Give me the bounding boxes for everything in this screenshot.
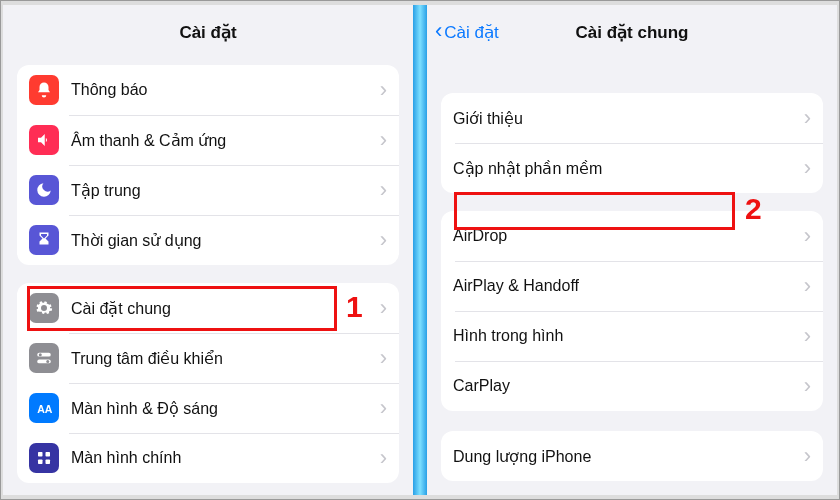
- chevron-right-icon: ›: [380, 179, 387, 201]
- chevron-right-icon: ›: [380, 79, 387, 101]
- settings-screen-left: Cài đặt Thông báo › Âm thanh & Cảm ứ: [3, 5, 413, 495]
- row-label: Cập nhật phần mềm: [453, 159, 798, 178]
- sound-icon: [29, 125, 59, 155]
- header-left: Cài đặt: [3, 5, 413, 59]
- gear-icon: [29, 293, 59, 323]
- settings-group-1: Thông báo › Âm thanh & Cảm ứng ›: [17, 65, 399, 265]
- chevron-right-icon: ›: [380, 229, 387, 251]
- row-label: AirDrop: [453, 227, 798, 245]
- row-control-center[interactable]: Trung tâm điều khiển ›: [17, 333, 399, 383]
- row-storage[interactable]: Dung lượng iPhone ›: [441, 431, 823, 481]
- annotation-number-1: 1: [346, 290, 363, 324]
- chevron-right-icon: ›: [380, 447, 387, 469]
- chevron-left-icon: ‹: [435, 18, 442, 44]
- row-airdrop[interactable]: AirDrop ›: [441, 211, 823, 261]
- row-label: Dung lượng iPhone: [453, 447, 798, 466]
- row-label: Trung tâm điều khiển: [71, 349, 374, 368]
- svg-text:AA: AA: [37, 403, 53, 415]
- row-label: Âm thanh & Cảm ứng: [71, 131, 374, 150]
- row-label: Thời gian sử dụng: [71, 231, 374, 250]
- svg-point-2: [39, 353, 42, 356]
- row-label: Hình trong hình: [453, 327, 798, 345]
- settings-screen-right: ‹ Cài đặt Cài đặt chung Giới thiệu › Cập…: [427, 5, 837, 495]
- row-screentime[interactable]: Thời gian sử dụng ›: [17, 215, 399, 265]
- row-label: Thông báo: [71, 81, 374, 99]
- general-group-3: Dung lượng iPhone ›: [441, 431, 823, 481]
- chevron-right-icon: ›: [804, 157, 811, 179]
- row-label: Giới thiệu: [453, 109, 798, 128]
- text-size-icon: AA: [29, 393, 59, 423]
- svg-rect-5: [38, 452, 43, 457]
- page-title-left: Cài đặt: [179, 22, 236, 43]
- svg-rect-8: [46, 460, 51, 465]
- chevron-right-icon: ›: [804, 445, 811, 467]
- row-homescreen[interactable]: Màn hình chính ›: [17, 433, 399, 483]
- row-about[interactable]: Giới thiệu ›: [441, 93, 823, 143]
- row-label: Màn hình chính: [71, 449, 374, 467]
- notifications-icon: [29, 75, 59, 105]
- chevron-right-icon: ›: [380, 297, 387, 319]
- hourglass-icon: [29, 225, 59, 255]
- row-label: Màn hình & Độ sáng: [71, 399, 374, 418]
- row-software-update[interactable]: Cập nhật phần mềm ›: [441, 143, 823, 193]
- row-focus[interactable]: Tập trung ›: [17, 165, 399, 215]
- row-pip[interactable]: Hình trong hình ›: [441, 311, 823, 361]
- settings-group-2: Cài đặt chung › Trung tâm điều khiển › A…: [17, 283, 399, 483]
- annotation-number-2: 2: [745, 192, 762, 226]
- general-group-1: Giới thiệu › Cập nhật phần mềm ›: [441, 93, 823, 193]
- back-button[interactable]: ‹ Cài đặt: [435, 5, 499, 59]
- svg-rect-6: [46, 452, 51, 457]
- row-label: Cài đặt chung: [71, 299, 374, 318]
- back-label: Cài đặt: [444, 22, 498, 43]
- row-airplay[interactable]: AirPlay & Handoff ›: [441, 261, 823, 311]
- row-label: AirPlay & Handoff: [453, 277, 798, 295]
- chevron-right-icon: ›: [804, 275, 811, 297]
- header-right: ‹ Cài đặt Cài đặt chung: [427, 5, 837, 59]
- row-label: CarPlay: [453, 377, 798, 395]
- svg-point-3: [46, 360, 49, 363]
- switches-icon: [29, 343, 59, 373]
- row-display[interactable]: AA Màn hình & Độ sáng ›: [17, 383, 399, 433]
- chevron-right-icon: ›: [380, 129, 387, 151]
- general-group-2: AirDrop › AirPlay & Handoff › Hình trong…: [441, 211, 823, 411]
- chevron-right-icon: ›: [380, 397, 387, 419]
- chevron-right-icon: ›: [804, 325, 811, 347]
- row-general[interactable]: Cài đặt chung ›: [17, 283, 399, 333]
- row-sound[interactable]: Âm thanh & Cảm ứng ›: [17, 115, 399, 165]
- row-carplay[interactable]: CarPlay ›: [441, 361, 823, 411]
- svg-rect-7: [38, 460, 43, 465]
- moon-icon: [29, 175, 59, 205]
- column-divider: [413, 5, 427, 495]
- page-title-right: Cài đặt chung: [576, 22, 689, 43]
- row-label: Tập trung: [71, 181, 374, 200]
- grid-icon: [29, 443, 59, 473]
- chevron-right-icon: ›: [804, 107, 811, 129]
- chevron-right-icon: ›: [804, 225, 811, 247]
- chevron-right-icon: ›: [380, 347, 387, 369]
- chevron-right-icon: ›: [804, 375, 811, 397]
- row-notifications[interactable]: Thông báo ›: [17, 65, 399, 115]
